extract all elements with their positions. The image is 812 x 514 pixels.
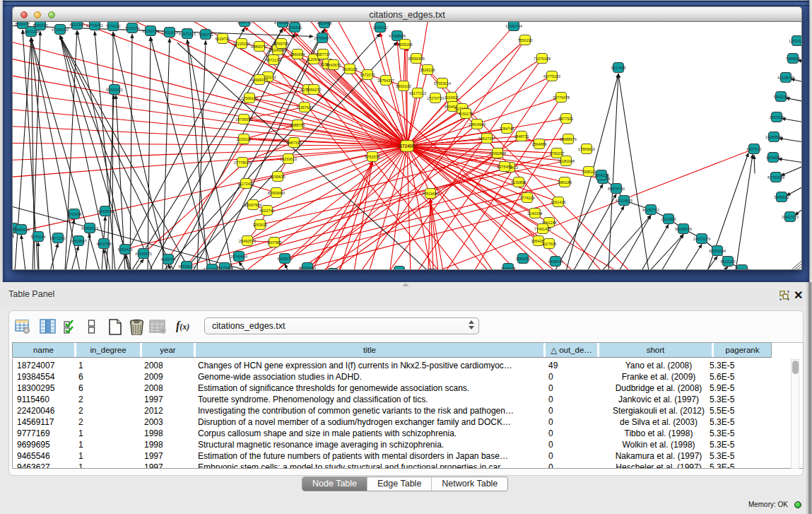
- svg-text:6438436: 6438436: [548, 259, 563, 264]
- svg-text:81971316: 81971316: [179, 32, 196, 36]
- svg-text:7374122: 7374122: [106, 24, 121, 28]
- svg-text:6752576: 6752576: [365, 155, 380, 159]
- svg-text:7358113: 7358113: [582, 170, 596, 174]
- svg-text:68800797: 68800797: [251, 45, 268, 49]
- svg-text:2921859: 2921859: [661, 217, 676, 221]
- svg-text:4842788: 4842788: [97, 242, 112, 246]
- svg-text:25492573: 25492573: [239, 239, 256, 243]
- svg-text:7350753: 7350753: [199, 33, 213, 37]
- svg-text:27778019: 27778019: [234, 160, 251, 165]
- svg-text:20709497: 20709497: [314, 36, 331, 40]
- svg-text:9487336: 9487336: [287, 141, 302, 145]
- svg-text:4612365: 4612365: [70, 23, 85, 27]
- svg-text:2229110: 2229110: [237, 137, 252, 141]
- svg-text:31172421: 31172421: [237, 182, 254, 186]
- svg-text:1987737: 1987737: [316, 52, 331, 57]
- svg-text:38688676: 38688676: [560, 137, 577, 141]
- svg-text:2626229: 2626229: [420, 68, 435, 72]
- svg-text:6440561: 6440561: [98, 209, 113, 214]
- svg-text:3741438: 3741438: [67, 212, 82, 216]
- svg-text:28740864: 28740864: [230, 255, 247, 259]
- svg-text:82909480: 82909480: [268, 191, 285, 195]
- svg-text:35556386: 35556386: [408, 57, 425, 61]
- svg-text:38754377: 38754377: [377, 78, 394, 83]
- svg-text:2264748: 2264748: [500, 127, 514, 131]
- svg-text:88320463: 88320463: [299, 266, 316, 270]
- svg-text:6672134: 6672134: [266, 58, 281, 62]
- svg-text:17270733: 17270733: [427, 96, 444, 100]
- svg-text:9626108: 9626108: [343, 67, 358, 71]
- svg-text:8536477: 8536477: [16, 22, 30, 26]
- svg-text:7199635: 7199635: [271, 175, 286, 179]
- svg-text:34627347: 34627347: [478, 136, 495, 141]
- svg-text:6022741: 6022741: [260, 209, 275, 213]
- svg-text:95899313: 95899313: [81, 226, 98, 230]
- svg-text:19289546: 19289546: [765, 135, 782, 139]
- svg-text:5672073: 5672073: [360, 73, 375, 77]
- svg-text:8935169: 8935169: [398, 42, 413, 47]
- svg-text:68353204: 68353204: [709, 249, 726, 253]
- svg-text:47816686: 47816686: [422, 192, 439, 196]
- svg-text:28814949: 28814949: [469, 122, 486, 127]
- svg-text:4769795: 4769795: [274, 42, 289, 46]
- svg-text:71367643: 71367643: [296, 105, 313, 110]
- svg-text:57683626: 57683626: [13, 228, 30, 232]
- svg-text:84252722: 84252722: [642, 208, 659, 212]
- svg-text:2564689: 2564689: [532, 142, 547, 146]
- svg-text:7022674: 7022674: [125, 26, 140, 30]
- svg-text:71070189: 71070189: [534, 57, 551, 61]
- svg-text:6229731: 6229731: [216, 37, 230, 41]
- svg-text:95320121: 95320121: [106, 88, 123, 92]
- svg-text:7550190: 7550190: [518, 38, 533, 42]
- svg-text:19233013: 19233013: [280, 157, 297, 161]
- svg-text:47295260: 47295260: [52, 28, 69, 32]
- svg-text:29175900: 29175900: [216, 266, 233, 270]
- svg-text:5130808: 5130808: [512, 180, 526, 185]
- svg-text:3154051: 3154051: [766, 156, 781, 160]
- svg-text:9517485: 9517485: [611, 66, 626, 70]
- svg-text:72092888: 72092888: [489, 151, 506, 156]
- svg-text:8930103: 8930103: [396, 84, 411, 88]
- svg-text:77491435: 77491435: [534, 227, 551, 231]
- svg-text:3564217: 3564217: [594, 173, 609, 177]
- svg-text:5918715: 5918715: [237, 22, 252, 24]
- svg-text:18724007: 18724007: [397, 144, 418, 148]
- svg-text:38538251: 38538251: [178, 264, 195, 269]
- svg-text:89978790: 89978790: [608, 187, 625, 191]
- svg-text:6261415: 6261415: [551, 200, 566, 204]
- svg-text:92097999: 92097999: [245, 203, 261, 207]
- svg-text:3253031: 3253031: [253, 223, 268, 227]
- svg-text:6007072: 6007072: [747, 147, 762, 151]
- svg-text:24972279: 24972279: [693, 237, 710, 241]
- svg-text:2375453: 2375453: [498, 165, 512, 169]
- svg-text:2140194: 2140194: [528, 211, 543, 216]
- svg-text:12614124: 12614124: [789, 39, 802, 43]
- svg-text:65177213: 65177213: [409, 91, 426, 95]
- svg-text:17869910: 17869910: [578, 147, 595, 151]
- svg-text:97225156: 97225156: [233, 42, 250, 46]
- svg-text:96028436: 96028436: [675, 227, 692, 231]
- svg-text:5479144: 5479144: [31, 235, 46, 239]
- svg-text:44999379: 44999379: [251, 78, 268, 82]
- svg-text:42138745: 42138745: [777, 76, 794, 80]
- svg-text:19736572: 19736572: [235, 117, 252, 122]
- svg-text:5041154: 5041154: [774, 95, 789, 99]
- svg-text:7089806: 7089806: [786, 57, 801, 61]
- svg-text:91030736: 91030736: [142, 29, 159, 33]
- svg-text:5446912: 5446912: [775, 195, 789, 199]
- svg-text:4860684: 4860684: [290, 52, 305, 57]
- svg-text:3871230: 3871230: [51, 236, 66, 240]
- svg-text:2694522: 2694522: [373, 25, 388, 30]
- svg-text:66775103: 66775103: [543, 74, 560, 78]
- svg-text:3607983: 3607983: [267, 240, 282, 245]
- svg-text:4823498: 4823498: [317, 22, 332, 25]
- svg-text:5408072: 5408072: [278, 257, 293, 261]
- svg-text:2839607: 2839607: [501, 267, 516, 271]
- svg-text:27566185: 27566185: [241, 96, 258, 100]
- svg-text:6292423: 6292423: [118, 247, 133, 252]
- svg-text:60929647: 60929647: [70, 239, 87, 243]
- svg-text:57553014: 57553014: [434, 81, 451, 86]
- svg-text:5456272: 5456272: [307, 88, 322, 92]
- svg-text:87490893: 87490893: [274, 22, 291, 25]
- svg-text:81016525: 81016525: [616, 199, 632, 203]
